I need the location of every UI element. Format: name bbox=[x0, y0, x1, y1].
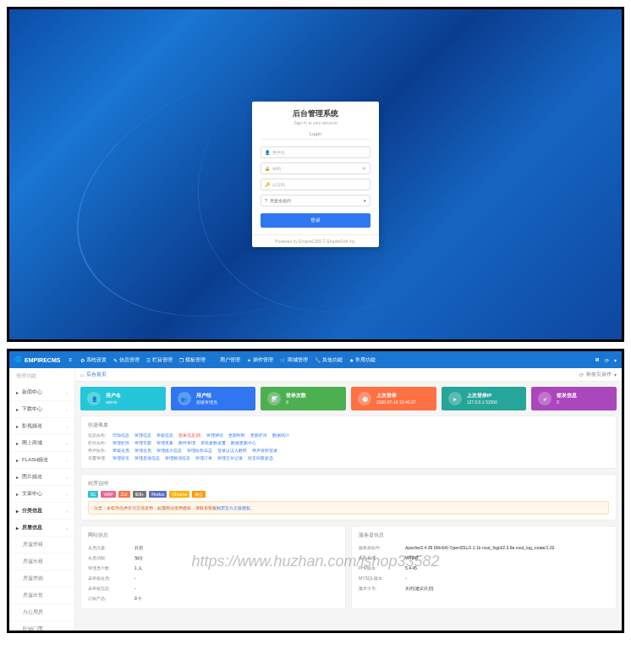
sidebar-item-8[interactable]: ▸房屋信息› bbox=[9, 520, 74, 537]
sidebar-item-2[interactable]: ▸影视频道› bbox=[9, 418, 74, 435]
doc-icon: ▸ bbox=[16, 491, 19, 497]
content: ⌂后台首页 ⟳标签页操作▾ 👤用户名admin👥用户组超级管理员📊登录次数6🕓上… bbox=[75, 368, 622, 631]
doc-icon: ▸ bbox=[16, 389, 19, 395]
chevron-down-icon: ▾ bbox=[364, 198, 366, 203]
doc-icon: ▸ bbox=[16, 508, 19, 514]
sidebar-item-3[interactable]: ▸网上商城› bbox=[9, 435, 74, 452]
quick-link-1-1[interactable]: 管理专题 bbox=[134, 440, 151, 445]
sidebar-item-12[interactable]: 房屋出售 bbox=[9, 587, 74, 604]
check-icon: ✔ bbox=[538, 392, 551, 405]
quick-link-1-3[interactable]: 附件管理 bbox=[178, 440, 195, 445]
login-panel: 后台管理系统 Sign In to your account Login 👤 用… bbox=[7, 7, 624, 342]
username-placeholder: 用户名 bbox=[272, 150, 285, 155]
topnav-5[interactable]: ✦插件管理 bbox=[247, 356, 273, 364]
badge-0: 9C bbox=[88, 491, 98, 498]
topnav-7[interactable]: 🔧其他功能 bbox=[315, 356, 343, 364]
quick-link-3-1[interactable]: 管理反馈信息 bbox=[134, 455, 160, 460]
chevron-icon: › bbox=[66, 509, 68, 514]
quick-link-0-1[interactable]: 管理信息 bbox=[134, 432, 151, 438]
sidebar-item-5[interactable]: ▸图片频道› bbox=[9, 469, 74, 486]
server-rows-row-0: 服务器软件:Apache/2.4.39 (Win64) OpenSSL/1.1.… bbox=[359, 543, 609, 553]
badge-3: IE8+ bbox=[133, 491, 146, 498]
quick-link-0-4[interactable]: 管理评论 bbox=[206, 432, 223, 438]
quick-link-0-0[interactable]: 增加信息 bbox=[112, 432, 129, 438]
quick-link-0-5[interactable]: 更新时时 bbox=[228, 432, 245, 438]
quick-link-0-6[interactable]: 更新栏目 bbox=[250, 432, 267, 438]
logo[interactable]: 🌐 EMPIRECMS bbox=[14, 356, 60, 363]
alert-link[interactable]: 购买官方正版授权。 bbox=[217, 505, 255, 510]
admin-panel: 🌐 EMPIRECMS ≡ ⚙系统设置✎信息管理☰栏目管理❐模板管理👤用户管理✦… bbox=[7, 349, 624, 633]
quick-link-3-5[interactable]: 留言回复状态 bbox=[248, 455, 273, 460]
captcha-input[interactable]: 🔑 认证码 bbox=[261, 179, 370, 190]
chevron-icon: › bbox=[66, 526, 68, 531]
quick-link-2-4[interactable]: 登录认证人数料 bbox=[217, 448, 247, 453]
quick-link-2-5[interactable]: 用户资料登录 bbox=[252, 448, 277, 453]
quick-link-2-3[interactable]: 管理操作日志 bbox=[187, 448, 212, 453]
sidebar-item-4[interactable]: ▸FLASH频道› bbox=[9, 452, 74, 469]
users-icon: 👥 bbox=[178, 392, 191, 405]
doc-icon: ▸ bbox=[16, 406, 19, 412]
server-rows-row-4: 魔术引号:关闭(建议开启) bbox=[359, 583, 609, 593]
password-input[interactable]: 🔒 密码 👁 bbox=[261, 162, 370, 174]
sidebar-item-6[interactable]: ▸文章中心› bbox=[9, 486, 74, 503]
quick-link-2-0[interactable]: 审核会员 bbox=[112, 448, 129, 453]
quick-row-3: 后置管理:管理留言管理反馈信息管理映消信息管理订单管理支付记录留言回复状态 bbox=[88, 455, 609, 460]
quick-link-1-2[interactable]: 管理采集 bbox=[156, 440, 173, 445]
sidebar-item-11[interactable]: 房屋求购 bbox=[9, 570, 74, 587]
quick-section: 快捷菜单 信息操作:增加信息管理信息审核信息签发信息(0)管理评论更新时时更新栏… bbox=[80, 416, 617, 469]
chevron-icon: › bbox=[66, 407, 68, 412]
quick-link-0-3[interactable]: 签发信息(0) bbox=[178, 432, 200, 438]
tab-home[interactable]: ⌂后台首页 bbox=[80, 371, 107, 378]
quick-row-1: 栏目操作:管理栏目管理专题管理采集附件管理系统参数设置数据更新中心 bbox=[88, 440, 609, 445]
quick-link-2-2[interactable]: 管理提示信息 bbox=[156, 448, 182, 453]
sidebar-item-1[interactable]: ▸下载中心› bbox=[9, 401, 74, 418]
sidebar-item-10[interactable]: 房屋出租 bbox=[9, 554, 74, 570]
topnav-0[interactable]: ⚙系统设置 bbox=[80, 356, 107, 364]
quick-link-3-2[interactable]: 管理映消信息 bbox=[165, 455, 190, 460]
topnav-3[interactable]: ❐模板管理 bbox=[179, 356, 206, 364]
stat-card-5: ✔签发信息0 bbox=[531, 387, 617, 410]
dropdown-icon[interactable]: ▾ bbox=[614, 357, 617, 363]
quick-link-3-3[interactable]: 管理订单 bbox=[195, 455, 212, 460]
refresh-small-icon: ⟳ bbox=[579, 372, 584, 377]
topnav-8[interactable]: ★常用功能 bbox=[349, 356, 376, 364]
doc-icon: ▸ bbox=[16, 525, 19, 531]
topnav-6[interactable]: 🛒商城管理 bbox=[280, 356, 308, 364]
sidebar-item-14[interactable]: 旺铺门面 bbox=[9, 621, 74, 631]
quick-link-1-4[interactable]: 系统参数设置 bbox=[200, 440, 226, 445]
quick-link-0-2[interactable]: 审核信息 bbox=[156, 432, 173, 438]
security-question-select[interactable]: ?无安全提问 ▾ bbox=[261, 195, 370, 207]
topnav-2[interactable]: ☰栏目管理 bbox=[146, 356, 173, 364]
compat-title: 程序说明 bbox=[88, 480, 609, 487]
menu-icon[interactable]: ≡ bbox=[69, 357, 72, 362]
quick-link-0-7[interactable]: 数据统计 bbox=[272, 432, 289, 438]
topnav: ⚙系统设置✎信息管理☰栏目管理❐模板管理👤用户管理✦插件管理🛒商城管理🔧其他功能… bbox=[80, 356, 376, 364]
quick-link-3-0[interactable]: 管理留言 bbox=[112, 455, 129, 460]
chevron-icon: › bbox=[66, 475, 68, 480]
user-icon: 👤 bbox=[212, 357, 218, 363]
quick-link-1-5[interactable]: 数据更新中心 bbox=[231, 440, 256, 445]
sidebar-item-13[interactable]: 办公用房 bbox=[9, 604, 74, 621]
quick-link-2-1[interactable]: 管理会员 bbox=[134, 448, 151, 453]
compat-section: 程序说明 9CWAPZUIIE8+FirefoxChrome微信 注意：本程序仅… bbox=[80, 474, 617, 521]
site-info-section: 网站信息 会员注册:开启会员功能:加注管理员个数:1 人未审核会员:-未审核信息… bbox=[80, 526, 346, 609]
sidebar-item-0[interactable]: ▸新闻中心› bbox=[9, 384, 74, 401]
login-background: 后台管理系统 Sign In to your account Login 👤 用… bbox=[9, 9, 622, 339]
server-rows-row-1: 操作系统:WINNT bbox=[359, 553, 609, 563]
quick-link-3-4[interactable]: 管理支付记录 bbox=[217, 455, 243, 460]
login-tab[interactable]: Login bbox=[261, 129, 370, 140]
tab-ops[interactable]: ⟳标签页操作▾ bbox=[579, 371, 617, 378]
username-input[interactable]: 👤 用户名 bbox=[261, 146, 370, 158]
lock-icon: 🔒 bbox=[265, 166, 270, 171]
topnav-4[interactable]: 👤用户管理 bbox=[212, 356, 240, 364]
quick-link-1-0[interactable]: 管理栏目 bbox=[112, 440, 129, 445]
sidebar: 管理功能 ▸新闻中心›▸下载中心›▸影视频道›▸网上商城›▸FLASH频道›▸图… bbox=[9, 368, 75, 631]
eye-icon[interactable]: 👁 bbox=[362, 166, 366, 171]
refresh-icon[interactable]: ⟳ bbox=[605, 357, 609, 363]
sidebar-item-9[interactable]: 房屋求租 bbox=[9, 537, 74, 554]
desktop-icon[interactable]: 🖥 bbox=[595, 357, 600, 362]
topnav-1[interactable]: ✎信息管理 bbox=[113, 356, 140, 364]
edit-icon: ✎ bbox=[113, 357, 118, 363]
sidebar-item-7[interactable]: ▸分类信息› bbox=[9, 503, 74, 520]
login-submit-button[interactable]: 登录 bbox=[261, 213, 370, 228]
